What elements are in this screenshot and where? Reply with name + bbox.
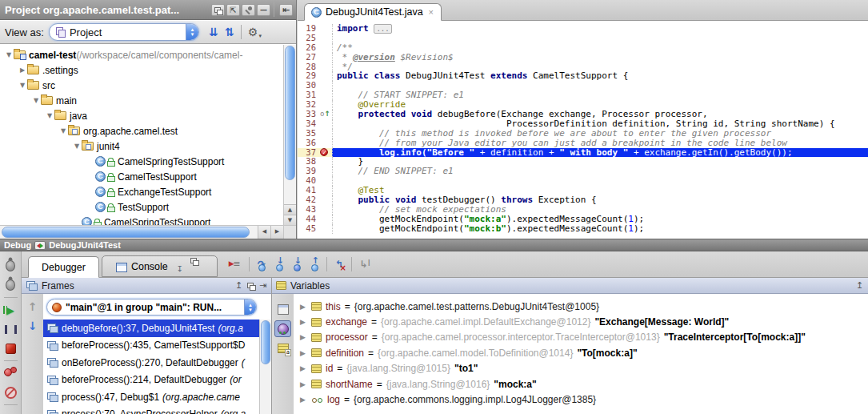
editor-gutter[interactable]	[318, 24, 332, 34]
tree-expand-icon[interactable]: ▼	[72, 143, 82, 150]
evaluate-expression-icon[interactable]	[274, 301, 291, 318]
editor-gutter[interactable]	[318, 186, 332, 195]
step-out-icon[interactable]	[306, 255, 323, 273]
editor-gutter[interactable]	[318, 139, 332, 148]
hide-icon[interactable]	[279, 4, 293, 16]
tree-expand-icon[interactable]: ▼	[4, 51, 14, 58]
tree-item-testsupport[interactable]: CTestSupport	[0, 199, 296, 215]
editor-gutter[interactable]	[318, 71, 332, 81]
editor-gutter[interactable]	[318, 148, 332, 158]
editor-gutter[interactable]	[318, 34, 332, 43]
pause-icon[interactable]	[2, 320, 19, 338]
float-icon[interactable]	[188, 255, 204, 271]
editor-gutter[interactable]	[318, 129, 332, 139]
scrollbar-thumb[interactable]	[261, 320, 270, 364]
show-execution-point-icon[interactable]	[228, 255, 246, 273]
debug-title-bar[interactable]: Debug DebugJUnit4Test	[0, 239, 868, 251]
scroll-down-button[interactable]: ▼	[284, 215, 296, 225]
attach-icon[interactable]	[2, 276, 19, 294]
editor-gutter[interactable]	[318, 62, 332, 72]
scroll-right-button[interactable]: ▶	[270, 226, 283, 239]
rerun-icon[interactable]	[2, 257, 19, 275]
combo-stepper[interactable]: ▲▼	[186, 23, 198, 41]
force-step-into-icon[interactable]	[288, 255, 306, 273]
frames-scrollbar[interactable]	[259, 320, 271, 414]
editor-gutter[interactable]	[318, 195, 332, 205]
tree-item-camel-test[interactable]: ▼camel-test (/workspace/camel/components…	[0, 47, 296, 62]
step-into-icon[interactable]	[270, 255, 288, 273]
settings-icon[interactable]	[245, 24, 261, 40]
tab-console[interactable]: Console	[102, 255, 218, 277]
code-editor[interactable]: 19import ...2526/**27 * @version $Revisi…	[298, 21, 868, 239]
pop-frame-icon[interactable]	[330, 255, 348, 273]
collapse-panel-icon[interactable]	[233, 280, 245, 291]
editor-gutter[interactable]	[318, 205, 332, 215]
editor-tab-debugjunit4test[interactable]: C DebugJUnit4Test.java ×	[304, 3, 442, 21]
tree-item-camelspringtestsupport[interactable]: CCamelSpringTestSupport	[0, 154, 296, 169]
project-panel-header[interactable]: Project org.apache.camel.test.pat...	[0, 0, 296, 20]
collapse-panel-icon[interactable]	[854, 280, 866, 291]
previous-frame-icon[interactable]: ↑	[22, 300, 43, 313]
breakpoint-icon[interactable]	[320, 148, 328, 156]
editor-gutter[interactable]	[318, 224, 332, 234]
variable-row[interactable]: ▶exchange={org.apache.camel.impl.Default…	[294, 314, 868, 329]
mute-breakpoints-icon[interactable]	[2, 384, 19, 401]
expand-arrow-icon[interactable]: ▶	[300, 396, 307, 404]
expand-arrow-icon[interactable]: ▶	[300, 380, 307, 388]
editor-gutter[interactable]	[318, 53, 332, 62]
variable-row[interactable]: ▶this={org.apache.camel.test.patterns.De…	[294, 299, 868, 314]
tree-item-main[interactable]: ▼main	[0, 93, 296, 108]
scrollbar-thumb[interactable]	[285, 46, 295, 180]
tree-vertical-scrollbar[interactable]: ▲ ▼	[283, 45, 296, 225]
auto-view-icon[interactable]	[274, 340, 291, 356]
tree-expand-icon[interactable]: ▶	[18, 66, 27, 74]
editor-gutter[interactable]	[318, 176, 332, 186]
export-icon[interactable]	[172, 261, 188, 277]
close-tab-icon[interactable]: ×	[429, 7, 434, 17]
dock-icon[interactable]	[226, 4, 240, 16]
variables-header[interactable]: Variables	[272, 278, 868, 294]
tree-expand-icon[interactable]: ▼	[58, 127, 68, 135]
collapse-all-icon[interactable]	[222, 24, 238, 40]
watches-icon[interactable]	[274, 320, 291, 337]
tree-item-exchangetestsupport[interactable]: CExchangeTestSupport	[0, 184, 296, 199]
frames-header[interactable]: Frames	[22, 278, 271, 294]
combo-stepper[interactable]: ▲▼	[244, 299, 256, 316]
stop-icon[interactable]	[2, 340, 19, 357]
variable-row[interactable]: ▶processor={org.apache.camel.processor.i…	[294, 330, 868, 345]
tree-item-src[interactable]: ▼src	[0, 78, 296, 93]
editor-gutter[interactable]	[318, 100, 332, 110]
editor-gutter[interactable]	[318, 81, 332, 90]
view-breakpoints-icon[interactable]	[2, 364, 19, 382]
expand-all-icon[interactable]	[206, 24, 222, 40]
editor-gutter[interactable]	[318, 90, 332, 100]
stack-frame[interactable]: beforeProcess():435, CamelTestSupport$D	[43, 337, 271, 355]
stack-frame[interactable]: process():47, Debug$1 (org.apache.came	[43, 388, 271, 406]
tree-expand-icon[interactable]: ▼	[31, 97, 41, 104]
thread-selector[interactable]: "main"@1 in group "main": RUN... ▲▼	[46, 299, 257, 316]
step-over-icon[interactable]	[253, 255, 270, 273]
scroll-left-button[interactable]: ◀	[258, 226, 270, 239]
editor-gutter[interactable]	[318, 157, 332, 167]
expand-arrow-icon[interactable]: ▶	[300, 333, 307, 341]
view-as-combobox[interactable]: Project ▲▼	[49, 23, 199, 41]
editor-gutter[interactable]: o	[318, 110, 332, 119]
variable-row[interactable]: ▶id={java.lang.String@1015}"to1"	[294, 361, 868, 376]
pin-icon[interactable]	[242, 4, 255, 16]
stack-frame[interactable]: onBeforeProcess():270, DefaultDebugger (	[43, 354, 271, 372]
stack-frame[interactable]: beforeProcess():214, DefaultDebugger (or	[43, 372, 271, 389]
tab-debugger[interactable]: Debugger	[28, 256, 99, 278]
tree-item-cameltestsupport[interactable]: CCamelTestSupport	[0, 169, 296, 184]
expand-arrow-icon[interactable]: ▶	[300, 349, 307, 357]
tree-item-org.apache.camel.test[interactable]: ▼org.apache.camel.test	[0, 123, 296, 139]
tree-horizontal-scrollbar[interactable]: ◀ ▶	[0, 225, 283, 239]
stack-frame[interactable]: debugBefore():37, DebugJUnit4Test (org.a	[43, 320, 271, 337]
resume-icon[interactable]	[2, 301, 19, 319]
editor-gutter[interactable]	[318, 119, 332, 129]
minimize-icon[interactable]	[257, 4, 270, 16]
variable-row[interactable]: ▶shortName={java.lang.String@1016}"mock:…	[294, 376, 868, 392]
expand-arrow-icon[interactable]: ▶	[300, 318, 307, 326]
editor-gutter[interactable]	[318, 167, 332, 176]
tree-expand-icon[interactable]: ▼	[45, 112, 54, 119]
variable-row[interactable]: ▶log={org.apache.commons.logging.impl.Lo…	[294, 392, 868, 407]
